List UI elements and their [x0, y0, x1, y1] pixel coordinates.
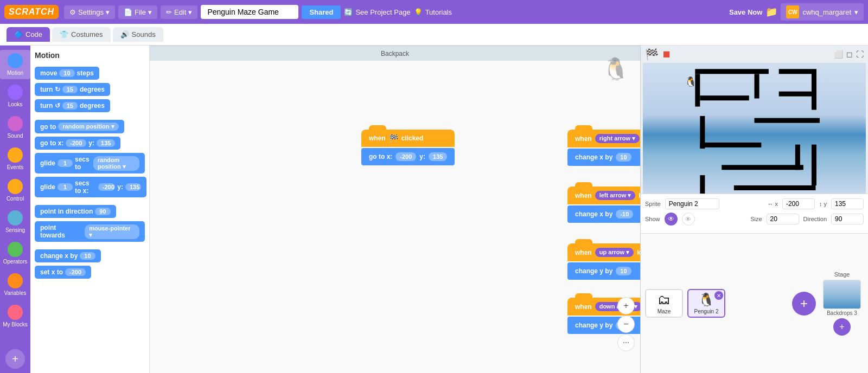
add-sprite-button[interactable]: + — [792, 292, 816, 316]
svg-rect-9 — [755, 118, 820, 123]
zoom-out-button[interactable]: − — [617, 316, 635, 333]
project-name-input[interactable] — [201, 5, 298, 19]
svg-rect-12 — [700, 175, 705, 194]
svg-rect-10 — [722, 165, 803, 170]
edit-button[interactable]: ✏ Edit ▾ — [161, 5, 197, 19]
zoom-in-button[interactable]: + — [617, 297, 635, 314]
stage-backdrop-thumb[interactable] — [823, 280, 861, 309]
motion-circle — [8, 53, 23, 68]
when-right-key-block[interactable]: when right arrow ▾ key pressed — [567, 130, 640, 147]
sidebar-item-motion[interactable]: Motion — [0, 50, 30, 79]
when-up-key-block[interactable]: when up arrow ▾ key pressed — [567, 243, 640, 261]
tab-sounds[interactable]: 🔊 Sounds — [113, 27, 163, 42]
size-label: Size — [750, 216, 762, 222]
turn-ccw-block[interactable]: turn ↺ 15 degrees — [35, 99, 110, 112]
show-button[interactable]: 👁 — [665, 213, 678, 226]
tutorials-button[interactable]: 💡 Tutorials — [414, 8, 452, 16]
change-x-block[interactable]: change x by 10 — [35, 249, 101, 262]
delete-sprite-button[interactable]: ✕ — [714, 291, 723, 300]
svg-rect-14 — [812, 145, 816, 185]
left-arrow-script: when left arrow ▾ key pressed change x b… — [567, 186, 640, 223]
file-icon: 📄 — [124, 8, 132, 16]
sprite-thumb-penguin[interactable]: ✕ 🐧 Penguin 2 — [687, 289, 725, 318]
stage-fullscreen-button[interactable]: ⛶ — [856, 50, 864, 59]
tab-costumes[interactable]: 👕 Costumes — [52, 27, 111, 42]
avatar: CW — [786, 5, 799, 18]
sprite-name-input[interactable] — [665, 198, 719, 209]
goto-block[interactable]: go to random position ▾ — [35, 120, 124, 133]
stop-button[interactable]: ⏹ — [662, 49, 672, 60]
svg-rect-0 — [695, 69, 769, 74]
green-flag-button[interactable]: 🏁 — [645, 48, 659, 61]
control-circle — [8, 179, 23, 194]
chevron-down-icon: ▾ — [106, 8, 110, 16]
script-area: 🐧 when 🏁 clicked go to x: -200 y: 135 wh… — [150, 46, 640, 373]
add-extension-button[interactable]: + — [5, 349, 25, 369]
turn-cw-block[interactable]: turn ↻ 15 degrees — [35, 83, 110, 96]
change-y-up-block[interactable]: change y by 10 — [567, 262, 640, 280]
sidebar-item-variables[interactable]: Variables — [0, 270, 30, 299]
change-x-left-block[interactable]: change x by -10 — [567, 205, 640, 223]
goto-xy-block[interactable]: go to x: -200 y: 135 — [35, 137, 120, 150]
point-direction-block[interactable]: point in direction 90 — [35, 205, 116, 218]
sidebar-item-control[interactable]: Control — [0, 176, 30, 205]
change-x-right-block[interactable]: change x by 10 — [567, 149, 640, 166]
move-steps-block[interactable]: move 10 steps — [35, 67, 99, 80]
maze-sprite-image: 🗂 — [648, 292, 680, 307]
zoom-fit-button[interactable]: ⋯ — [617, 334, 635, 351]
costumes-icon: 👕 — [60, 30, 68, 38]
show-label: Show — [645, 216, 660, 222]
sprite-thumb-maze[interactable]: 🗂 Maze — [645, 289, 683, 318]
sprite-placeholder-icon: 🐧 — [602, 56, 629, 82]
sprite-x-input[interactable] — [782, 198, 815, 209]
settings-button[interactable]: ⚙ Settings ▾ — [64, 5, 115, 19]
user-badge[interactable]: CW cwhq_margaret ▾ — [781, 3, 864, 21]
sidebar-item-sound[interactable]: Sound — [0, 113, 30, 142]
svg-rect-2 — [755, 74, 760, 98]
blocks-palette: Motion move 10 steps turn ↻ 15 degrees t… — [30, 46, 150, 373]
tab-bar: 🔷 Code 👕 Costumes 🔊 Sounds — [0, 24, 868, 46]
point-towards-block[interactable]: point towards mouse-pointer ▾ — [35, 221, 145, 242]
y-label: ↕ y — [819, 201, 827, 207]
sprites-list: 🗂 Maze ✕ 🐧 Penguin 2 + Stage Backdrops 3… — [641, 233, 868, 373]
see-project-button[interactable]: 🔄 See Project Page — [344, 8, 410, 16]
scratch-logo: SCRATCH — [4, 5, 59, 19]
sprite-info-panel: Sprite ↔ x ↕ y Show 👁 👁 Size Direction — [641, 194, 868, 233]
svg-rect-13 — [734, 185, 816, 190]
stage-section-label: Stage — [834, 271, 850, 278]
sidebar-item-operators[interactable]: Operators — [0, 239, 30, 268]
glide-to-block[interactable]: glide 1 secs to random position ▾ — [35, 153, 145, 173]
backpack-icon-button[interactable]: 📁 — [765, 6, 777, 18]
sidebar-item-sensing[interactable]: Sensing — [0, 207, 30, 236]
add-backdrop-button[interactable]: + — [833, 318, 851, 336]
goto-xy-script-block[interactable]: go to x: -200 y: 135 — [361, 148, 455, 165]
events-circle — [8, 147, 23, 163]
when-left-key-block[interactable]: when left arrow ▾ key pressed — [567, 186, 640, 204]
chevron-down-icon: ▾ — [148, 8, 152, 16]
set-x-block[interactable]: set x to -200 — [35, 266, 91, 279]
hide-button[interactable]: 👁 — [682, 213, 695, 226]
save-now-button[interactable]: Save Now — [729, 8, 762, 16]
stage-small-button[interactable]: ⬜ — [834, 50, 843, 59]
stage-medium-button[interactable]: ◻ — [846, 50, 853, 59]
when-clicked-script: when 🏁 clicked go to x: -200 y: 135 — [361, 130, 455, 165]
direction-label: Direction — [803, 216, 827, 222]
sidebar-item-looks[interactable]: Looks — [0, 81, 30, 111]
svg-rect-3 — [695, 74, 700, 106]
refresh-icon: 🔄 — [344, 8, 353, 16]
glide-xy-block[interactable]: glide 1 secs to x: -200 y: 135 — [35, 177, 146, 197]
svg-rect-8 — [700, 143, 761, 147]
sensing-circle — [8, 210, 23, 226]
sidebar-item-events[interactable]: Events — [0, 144, 30, 173]
file-button[interactable]: 📄 File ▾ — [118, 5, 157, 19]
sprite-direction-input[interactable] — [831, 214, 864, 224]
variables-circle — [8, 273, 23, 288]
sprite-y-input[interactable] — [831, 198, 864, 209]
sprite-size-input[interactable] — [767, 214, 799, 224]
tab-code[interactable]: 🔷 Code — [7, 27, 50, 42]
sidebar-item-my-blocks[interactable]: My Blocks — [0, 301, 30, 331]
shared-button[interactable]: Shared — [302, 5, 341, 19]
blocks-sidebar: Motion Looks Sound Events Control Sensin… — [0, 46, 30, 373]
when-flag-clicked-block[interactable]: when 🏁 clicked — [361, 130, 455, 147]
stage-section: Stage Backdrops 3 + — [820, 271, 864, 336]
